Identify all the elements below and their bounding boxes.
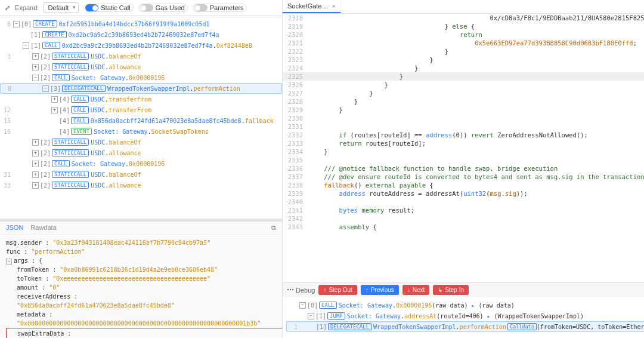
trace-row[interactable]: 8−[3]DELEGATECALLWrappedTokenSwapperImpl… <box>0 83 282 94</box>
seg-hex: 0x00000196 <box>129 161 165 167</box>
expand-icon[interactable]: + <box>32 182 39 189</box>
debug-toolbar: Debug ↑ Step Out ↑ Previous ↓ Next ↳ Ste… <box>283 282 644 297</box>
trace-row[interactable]: 16[4]EVENTSocket: Gateway.SocketSwapToke… <box>0 126 282 137</box>
trace-row[interactable]: −[1]CALL0xd2bc9a9c2c39b8693ed4b2b7246903… <box>0 40 282 51</box>
collapse-icon[interactable]: − <box>308 313 314 319</box>
collapse-icon[interactable]: − <box>32 75 39 81</box>
trace-row[interactable]: −[1]JUMPSocket: Gateway.addressAt(routeI… <box>286 311 644 321</box>
code-line[interactable]: 2330 <box>283 114 644 122</box>
json-body[interactable]: msg.sender : "0x3a23f943181408eac424116a… <box>0 235 282 338</box>
line-number: 2321 <box>283 39 308 47</box>
tab-rawdata[interactable]: Rawdata <box>30 224 56 232</box>
collapse-icon[interactable]: − <box>13 21 20 27</box>
return-text: (raw data) <box>479 302 515 309</box>
calldata-badge[interactable]: Calldata <box>507 323 537 330</box>
detail-tabs: JSON Rawdata ⧉ <box>0 222 282 235</box>
copy-icon[interactable]: ⧉ <box>271 224 276 232</box>
expand-icon[interactable]: + <box>32 64 39 70</box>
expand-icon[interactable]: + <box>32 161 39 167</box>
trace-row[interactable]: 0−[0]CREATE0xf2d5951bb0a4d14bdcc37b66f91… <box>0 19 282 29</box>
parameters-toggle[interactable]: Parameters <box>193 4 247 12</box>
code-text: } <box>308 89 373 97</box>
code-line[interactable]: 2337 /// @dev ensure routeId is converte… <box>283 173 644 181</box>
depth-tag: [1] <box>316 324 327 330</box>
code-line[interactable]: 2332 if (routes[routeId] == address(0)) … <box>283 131 644 139</box>
close-icon[interactable]: × <box>332 2 335 10</box>
code-line[interactable]: 2318 0x/cD8a3/F8c1/9EDDBaab211/8UA580e28… <box>283 14 644 22</box>
code-line[interactable]: 2326 } <box>283 81 644 89</box>
trace-row[interactable]: 15[4]CALL0x856da0acbff24fd61a470023e8a5d… <box>0 115 282 126</box>
trace-row[interactable]: [1]CREATE0xd2bc9a9c2c39b8693ed4b2b724690… <box>0 29 282 40</box>
code-line[interactable]: 2328 } <box>283 97 644 106</box>
expand-dropdown[interactable]: Default <box>44 2 79 13</box>
code-line[interactable]: 2319 } else { <box>283 22 644 30</box>
code-line[interactable]: 2334 } <box>283 148 644 156</box>
step-out-button[interactable]: ↑ Step Out <box>318 285 357 295</box>
trace-row[interactable]: 31+[2]STATICCALLUSDC.balanceOf <box>0 169 282 180</box>
collapse-icon[interactable]: − <box>23 42 29 49</box>
trace-row[interactable]: +[2]CALLSocket: Gateway.0x00000196 <box>0 158 282 169</box>
collapse-icon[interactable]: − <box>6 259 12 265</box>
previous-button[interactable]: ↑ Previous <box>361 285 399 295</box>
code-line[interactable]: 2329 } <box>283 106 644 114</box>
depth-tag: [4] <box>59 128 70 135</box>
expand-icon[interactable]: + <box>32 150 39 156</box>
code-line[interactable]: 2342 <box>283 214 644 223</box>
static-call-toggle[interactable]: Static Call <box>83 4 134 12</box>
tab-socketgate[interactable]: SocketGate… × <box>283 0 341 13</box>
gas-used-toggle[interactable]: Gas Used <box>138 4 188 12</box>
expand-icon[interactable]: + <box>32 139 39 146</box>
line-number: 2338 <box>283 181 308 189</box>
trace-row[interactable]: −[0]CALLSocket: Gateway.0x00000196(raw d… <box>286 300 644 311</box>
op-delegatecall: DELEGATECALL <box>62 85 106 92</box>
code-line[interactable]: 2341 bytes memory result; <box>283 206 644 214</box>
collapse-icon[interactable]: − <box>42 85 49 92</box>
code-line[interactable]: 2335 <box>283 156 644 164</box>
expand-icon[interactable]: + <box>51 107 58 113</box>
call-trace-tree[interactable]: 0−[0]CREATE0xf2d5951bb0a4d14bdcc37b66f91… <box>0 16 282 219</box>
collapse-icon[interactable]: − <box>299 302 306 309</box>
call-detail-pane: JSON Rawdata ⧉ msg.sender : "0x3a23f9431… <box>0 221 282 338</box>
static-call-label: Static Call <box>101 4 131 11</box>
tab-json[interactable]: JSON <box>6 224 23 232</box>
trace-row[interactable]: +[2]STATICCALLUSDC.allowance <box>0 148 282 158</box>
depth-tag: [2] <box>40 53 51 60</box>
trace-row[interactable]: −[2]CALLSocket: Gateway.0x00000196 <box>0 72 282 83</box>
op-call: CALL <box>52 160 70 167</box>
trace-row[interactable]: 33+[2]STATICCALLUSDC.allowance <box>0 180 282 190</box>
trace-row[interactable]: 12+[4]CALLUSDC.transferFrom <box>0 105 282 115</box>
code-line[interactable]: 2320 return <box>283 30 644 39</box>
code-editor[interactable]: 2318 0x/cD8a3/F8c1/9EDDBaab211/8UA580e28… <box>283 14 644 282</box>
call-stack[interactable]: −[0]CALLSocket: Gateway.0x00000196(raw d… <box>283 297 644 338</box>
op-jump: JUMP <box>327 312 345 319</box>
code-line[interactable]: 2333 return routes[routeId]; <box>283 139 644 148</box>
code-text: } <box>308 56 434 64</box>
code-line[interactable]: 2340 <box>283 198 644 206</box>
expand-icon[interactable]: + <box>32 171 39 178</box>
code-line[interactable]: 2336 /// @notice fallback function to ha… <box>283 164 644 173</box>
trace-row[interactable]: 3+[2]STATICCALLUSDC.balanceOf <box>0 51 282 62</box>
code-line[interactable]: 2339 address routeAddress = addressAt(ui… <box>283 189 644 198</box>
code-text: } else { <box>308 22 475 30</box>
expand-icon[interactable]: + <box>51 96 58 103</box>
code-line[interactable]: 2324 } <box>283 64 644 72</box>
code-line[interactable]: 2325 } <box>283 72 644 81</box>
depth-tag: [2] <box>40 75 51 81</box>
step-in-button[interactable]: ↳ Step In <box>433 285 469 295</box>
code-line[interactable]: 2323 } <box>283 56 644 64</box>
code-line[interactable]: 2331 <box>283 122 644 131</box>
trace-row[interactable]: +[2]STATICCALLUSDC.balanceOf <box>0 137 282 148</box>
toToken-val: "0xeeeeeeeeeeeeeeeeeeeeeeeeeeeeeeeeeeeee… <box>52 275 210 282</box>
next-button[interactable]: ↓ Next <box>402 285 430 295</box>
trace-row[interactable]: +[4]CALLUSDC.transferFrom <box>0 94 282 105</box>
trace-row[interactable]: +[2]STATICCALLUSDC.allowance <box>0 62 282 72</box>
trace-row[interactable]: 1[1]DELEGATECALLWrappedTokenSwapperImpl.… <box>286 321 644 332</box>
code-line[interactable]: 2322 } <box>283 47 644 56</box>
line-number: 2327 <box>283 89 308 97</box>
code-line[interactable]: 2343 assembly { <box>283 223 644 231</box>
depth-tag: [2] <box>40 64 51 70</box>
expand-icon[interactable]: + <box>32 53 39 60</box>
code-line[interactable]: 2321 0x5e663ED97ea77d393B8858C90d0683bF1… <box>283 39 644 47</box>
code-line[interactable]: 2338 fallback() external payable { <box>283 181 644 189</box>
code-line[interactable]: 2327 } <box>283 89 644 97</box>
